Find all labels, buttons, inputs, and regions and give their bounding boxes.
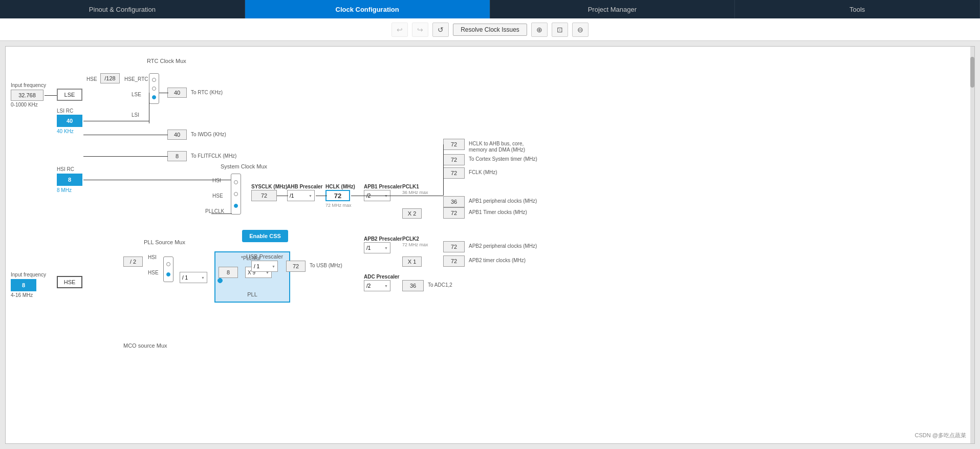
adc-label2: To ADC1,2 <box>428 282 452 288</box>
pll-radio-dot[interactable] <box>217 278 223 283</box>
nav-project[interactable]: Project Manager <box>490 0 735 18</box>
toolbar: ↩ ↪ ↺ Resolve Clock Issues ⊕ ⊡ ⊖ <box>0 18 980 41</box>
watermark: CSDN @多吃点蔬菜 <box>915 432 966 439</box>
sys-hsi-label: HSI <box>212 178 221 183</box>
cortex-val-box: 72 <box>443 154 465 165</box>
adc-out-box: 36 <box>402 280 424 291</box>
pclk1-max: 36 MHz max <box>402 190 428 195</box>
clock-diagram: Input frequency 32.768 0-1000 KHz LSE LS… <box>6 47 974 443</box>
line-ahb-hclk <box>316 196 327 196</box>
hclk-val-box[interactable]: 72 <box>325 190 350 201</box>
pll-mux-selector[interactable] <box>163 256 173 282</box>
redo-button[interactable]: ↪ <box>412 23 428 37</box>
flit-label: To FLITFCLK (MHz) <box>191 153 236 159</box>
adc-prescaler-label: ADC Prescaler <box>364 274 399 280</box>
mco-source-mux-label: MCO source Mux <box>123 343 167 349</box>
hclk-max-label: 72 MHz max <box>325 203 352 208</box>
pll-div2-box: / 2 <box>123 256 143 267</box>
sys-mux-hse[interactable] <box>234 192 238 196</box>
line-v-hclk-outputs <box>443 144 444 196</box>
sysclk-label: SYSCLK (MHz) <box>251 184 288 189</box>
fclk-label: FCLK (MHz) <box>469 169 497 175</box>
fit-button[interactable]: ⊡ <box>552 23 568 37</box>
usb-label: To USB (MHz) <box>310 263 342 268</box>
hsi-mhz-label: 8 MHz <box>57 187 72 193</box>
input-freq-2-label: Input frequency <box>11 272 46 277</box>
iwdg-label: To IWDG (KHz) <box>191 132 226 137</box>
line-pll-sys <box>211 213 232 214</box>
rtc-mux-selector[interactable] <box>149 73 159 104</box>
apb1-peripheral-label: APB1 peripheral clocks (MHz) <box>469 198 537 204</box>
scrollbar-thumb[interactable] <box>970 57 974 88</box>
system-clock-mux-label: System Clock Mux <box>221 163 267 169</box>
apb2-timer-val-box: 72 <box>443 255 465 267</box>
line-hsi-flit <box>83 156 168 157</box>
canvas-scrollbar[interactable] <box>970 47 974 443</box>
apb2-select[interactable]: /1 <box>364 242 390 253</box>
hse-wire-label: HSE <box>86 76 97 82</box>
sys-mux-pll[interactable] <box>234 204 238 208</box>
refresh-button[interactable]: ↺ <box>432 23 449 37</box>
hsi-val-box: 8 <box>57 174 82 186</box>
line-v-mux <box>149 93 149 123</box>
zoom-in-button[interactable]: ⊕ <box>531 23 548 37</box>
pll-mux-hse[interactable] <box>166 272 170 276</box>
hclk-ahb-label2: memory and DMA (MHz) <box>469 147 525 153</box>
line-lsi-iwdg <box>83 135 168 135</box>
input-freq-1-label: Input frequency <box>11 82 46 88</box>
nav-clock[interactable]: Clock Configuration <box>245 0 490 18</box>
usb-out-box: 72 <box>286 261 306 272</box>
hse-128-box: /128 <box>100 73 120 83</box>
hse-box: HSE <box>57 276 82 288</box>
cortex-label: To Cortex System timer (MHz) <box>469 156 537 162</box>
apb2-timer-label: APB2 timer clocks (MHz) <box>469 258 526 263</box>
rtc-clock-mux-label: RTC Clock Mux <box>147 58 186 64</box>
lsi-khz-label: 40 KHz <box>57 129 74 134</box>
rtc-label: To RTC (KHz) <box>191 90 223 95</box>
line-lsi-mux <box>83 121 149 121</box>
iwdg-val-box: 40 <box>167 130 187 140</box>
apb2-peripheral-label: APB2 peripheral clocks (MHz) <box>469 243 537 249</box>
nav-tools[interactable]: Tools <box>735 0 980 18</box>
sys-mux-selector[interactable] <box>231 174 241 215</box>
apb1-label: APB1 Prescaler <box>364 184 402 189</box>
undo-button[interactable]: ↩ <box>391 23 408 37</box>
main-area: Input frequency 32.768 0-1000 KHz LSE LS… <box>0 41 980 449</box>
pclk2-label: PCLK2 <box>402 236 419 242</box>
pll-mux-hsi[interactable] <box>166 262 170 266</box>
nav-pinout[interactable]: Pinout & Configuration <box>0 0 245 18</box>
hsi-rc-label: HSI RC <box>57 166 74 172</box>
apb1-timer-val-box: 72 <box>443 207 465 219</box>
input-freq-2-value: 8 <box>11 279 36 291</box>
ahb-select[interactable]: /1 <box>287 190 315 201</box>
flit-val-box: 8 <box>167 151 187 161</box>
rtc-mux-hse[interactable] <box>152 78 156 82</box>
sys-mux-hsi[interactable] <box>234 180 238 184</box>
adc-select[interactable]: /2 <box>364 280 390 291</box>
zoom-out-button[interactable]: ⊖ <box>572 23 589 37</box>
pll-hse-label: HSE <box>148 270 159 275</box>
apb2-out-box: 72 <box>443 241 465 252</box>
input-freq-1-value[interactable]: 32.768 <box>11 90 43 101</box>
pll-source-mux-label: PLL Source Mux <box>144 239 185 245</box>
resolve-clock-button[interactable]: Resolve Clock Issues <box>453 24 527 36</box>
hclk-ahb-val-box: 72 <box>443 139 465 150</box>
pll-div1-select[interactable]: / 1 <box>180 272 207 283</box>
line-hsi-sys <box>83 180 231 180</box>
usb-prescaler-label: USB Prescaler <box>246 253 283 260</box>
pll-bottom-label: PLL <box>247 291 257 297</box>
lsi-val-box: 40 <box>57 115 82 127</box>
ahb-label: AHB Prescaler <box>287 184 322 189</box>
rtc-mux-lse[interactable] <box>152 87 156 91</box>
hclk-ahb-label: HCLK to AHB bus, core, <box>469 141 524 146</box>
apb2-x1-box: X 1 <box>402 256 422 267</box>
usb-div-select[interactable]: / 1 <box>251 261 278 272</box>
enable-css-button[interactable]: Enable CSS <box>242 230 288 242</box>
sysclk-val-box: 72 <box>251 190 277 201</box>
input-freq-2-range: 4-16 MHz <box>11 292 33 298</box>
line-sys-ahb <box>277 196 288 196</box>
fclk-val-box: 72 <box>443 167 465 179</box>
rtc-mux-lsi[interactable] <box>152 95 156 99</box>
line-mux-rtc <box>159 93 168 93</box>
lse-box: LSE <box>57 89 82 101</box>
